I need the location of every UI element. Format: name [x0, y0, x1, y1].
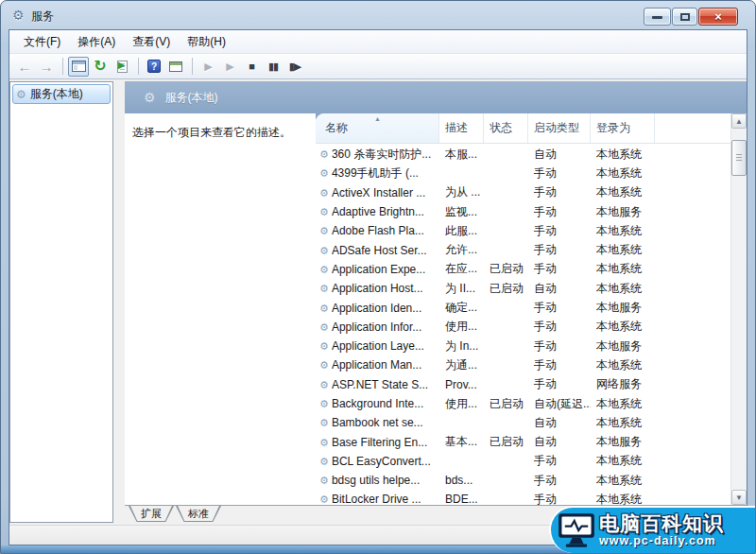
vertical-scrollbar[interactable]: ▲ ▼: [730, 113, 747, 505]
table-row[interactable]: ⚙ Adobe Flash Pla... 此服... 手动 本地系统: [316, 221, 730, 240]
column-header-description[interactable]: 描述: [439, 113, 484, 143]
service-startup-type-cell: 自动: [528, 415, 591, 431]
export-list-button[interactable]: ▶: [112, 57, 132, 77]
menu-view[interactable]: 查看(V): [124, 31, 179, 53]
table-row[interactable]: ⚙ ActiveX Installer ... 为从 ... 手动 本地系统: [316, 183, 730, 202]
column-header-extra: [655, 113, 730, 143]
service-description-cell: 确定...: [439, 300, 484, 316]
service-name-cell: ⚙ Application Iden...: [316, 302, 439, 315]
forward-button[interactable]: →: [36, 57, 57, 77]
refresh-button[interactable]: ↻: [90, 57, 111, 77]
back-button[interactable]: ←: [14, 57, 35, 77]
column-header-status[interactable]: 状态: [484, 113, 528, 143]
service-gear-icon: ⚙: [319, 225, 329, 236]
table-row[interactable]: ⚙ BitLocker Drive ... BDE... 手动 本地系统: [316, 490, 730, 505]
service-gear-icon: ⚙: [319, 456, 329, 467]
scroll-down-button[interactable]: ▼: [731, 490, 747, 505]
menu-file[interactable]: 文件(F): [15, 31, 69, 53]
stop-service-button[interactable]: ■: [241, 57, 262, 77]
service-logon-cell: 本地系统: [591, 242, 655, 258]
table-row[interactable]: ⚙ Application Iden... 确定... 手动 本地服务: [316, 298, 730, 317]
table-row[interactable]: ⚙ Adaptive Brightn... 监视... 手动 本地服务: [316, 202, 730, 221]
service-name-cell: ⚙ Application Host...: [316, 282, 439, 295]
column-header-startup-type[interactable]: 启动类型: [528, 113, 591, 143]
service-gear-icon: ⚙: [319, 206, 329, 217]
service-name-cell: ⚙ ADSafe Host Ser...: [316, 244, 439, 257]
watermark-badge: 电脑百科知识 www.pc-daily.com: [549, 506, 755, 553]
table-row[interactable]: ⚙ Bambook net se... 自动 本地系统: [316, 413, 730, 432]
help-icon: ?: [147, 60, 161, 73]
service-gear-icon: ⚙: [319, 264, 329, 275]
column-header-logon-as[interactable]: 登录为: [591, 113, 655, 143]
table-row[interactable]: ⚙ 4399手机助手 (... 手动 本地系统: [316, 164, 730, 182]
table-row[interactable]: ⚙ Application Expe... 在应... 已启动 手动 本地系统: [316, 260, 730, 279]
table-row[interactable]: ⚙ ASP.NET State S... Prov... 手动 网络服务: [316, 375, 730, 394]
service-gear-icon: ⚙: [319, 417, 329, 428]
services-window: ⚙ 服务 × 文件(F) 操作(A) 查看(V) 帮助(H) ← → ↻ ▶ ?: [0, 0, 756, 554]
tab-extended[interactable]: 扩展: [129, 506, 174, 522]
service-description-cell: 监视...: [439, 204, 484, 220]
service-name-cell: ⚙ Background Inte...: [316, 397, 439, 410]
pane-body: 选择一个项目来查看它的描述。 名称 ▲ 描述 状态 启动类型 登录为: [125, 113, 747, 505]
maximize-button[interactable]: [672, 8, 697, 26]
service-logon-cell: 本地系统: [591, 261, 655, 277]
table-row[interactable]: ⚙ Background Inte... 使用... 已启动 自动(延迟... …: [316, 394, 730, 413]
service-startup-type-cell: 手动: [528, 223, 591, 239]
start-icon: ▶: [204, 61, 211, 73]
service-logon-cell: 本地系统: [591, 184, 655, 200]
service-name-cell: ⚙ ActiveX Installer ...: [316, 186, 439, 199]
service-description-cell: 使用...: [439, 319, 484, 335]
service-startup-type-cell: 自动: [528, 281, 591, 297]
service-startup-type-cell: 手动: [528, 261, 591, 277]
service-description-cell: 为从 ...: [439, 184, 484, 200]
help-button[interactable]: ?: [144, 57, 164, 77]
table-row[interactable]: ⚙ ADSafe Host Ser... 允许... 手动 本地系统: [316, 240, 730, 259]
show-action-pane-button[interactable]: [165, 57, 186, 77]
table-row[interactable]: ⚙ Base Filtering En... 基本... 已启动 自动 本地服务: [316, 432, 730, 451]
client-area: 文件(F) 操作(A) 查看(V) 帮助(H) ← → ↻ ▶ ? ▶ ▶ ■ …: [9, 29, 747, 545]
service-logon-cell: 本地系统: [591, 223, 655, 239]
show-console-tree-button[interactable]: [68, 57, 89, 77]
scroll-up-button[interactable]: ▲: [731, 113, 747, 129]
service-description-cell: 在应...: [439, 261, 484, 277]
table-row[interactable]: ⚙ Application Infor... 使用... 手动 本地系统: [316, 318, 730, 337]
menu-help[interactable]: 帮助(H): [179, 31, 234, 53]
scrollbar-thumb[interactable]: [731, 140, 747, 176]
pause-service-button[interactable]: ▮▮: [263, 57, 284, 77]
service-logon-cell: 本地服务: [591, 338, 655, 355]
table-row[interactable]: ⚙ Application Host... 为 II... 已启动 自动 本地系…: [316, 279, 730, 298]
service-logon-cell: 本地系统: [591, 357, 655, 373]
tree-item-services-local[interactable]: ⚙ 服务(本地): [12, 84, 111, 104]
service-name-cell: ⚙ 360 杀毒实时防护...: [316, 147, 439, 163]
service-status-cell: 已启动: [484, 396, 528, 412]
table-row[interactable]: ⚙ bdsg utils helpe... bds... 手动 本地系统: [316, 471, 730, 490]
monitor-pulse-icon: [558, 512, 595, 548]
resume-service-button[interactable]: ▶: [219, 57, 240, 77]
sort-ascending-icon: ▲: [374, 115, 381, 122]
console-tree-pane: ⚙ 服务(本地): [9, 81, 113, 523]
minimize-button[interactable]: [644, 8, 671, 26]
service-name-cell: ⚙ ASP.NET State S...: [316, 378, 439, 391]
start-service-button[interactable]: ▶: [198, 57, 218, 77]
pane-header-title: 服务(本地): [165, 90, 218, 106]
table-row[interactable]: ⚙ BCL EasyConvert... 手动 本地系统: [316, 452, 730, 471]
close-button[interactable]: ×: [698, 8, 738, 26]
service-gear-icon: ⚙: [319, 493, 329, 505]
service-name-cell: ⚙ 4399手机助手 (...: [316, 165, 439, 182]
service-name-cell: ⚙ Adobe Flash Pla...: [316, 224, 439, 237]
service-startup-type-cell: 手动: [528, 319, 591, 335]
service-logon-cell: 本地服务: [591, 204, 655, 220]
stop-icon: ■: [249, 61, 254, 72]
table-row[interactable]: ⚙ Application Man... 为通... 手动 本地系统: [316, 355, 730, 374]
menu-action[interactable]: 操作(A): [69, 31, 124, 53]
tab-standard[interactable]: 标准: [176, 506, 221, 522]
restart-service-button[interactable]: ▮▶: [284, 57, 305, 77]
service-startup-type-cell: 手动: [528, 242, 591, 258]
table-row[interactable]: ⚙ Application Laye... 为 In... 手动 本地服务: [316, 337, 730, 355]
service-name-cell: ⚙ Application Expe...: [316, 263, 439, 276]
service-logon-cell: 本地服务: [591, 434, 655, 450]
service-description-cell: 为 In...: [439, 338, 484, 355]
table-row[interactable]: ⚙ 360 杀毒实时防护... 本服... 自动 本地系统: [316, 145, 730, 164]
restart-icon: ▮▶: [289, 61, 301, 73]
column-header-name[interactable]: 名称 ▲: [316, 113, 439, 143]
